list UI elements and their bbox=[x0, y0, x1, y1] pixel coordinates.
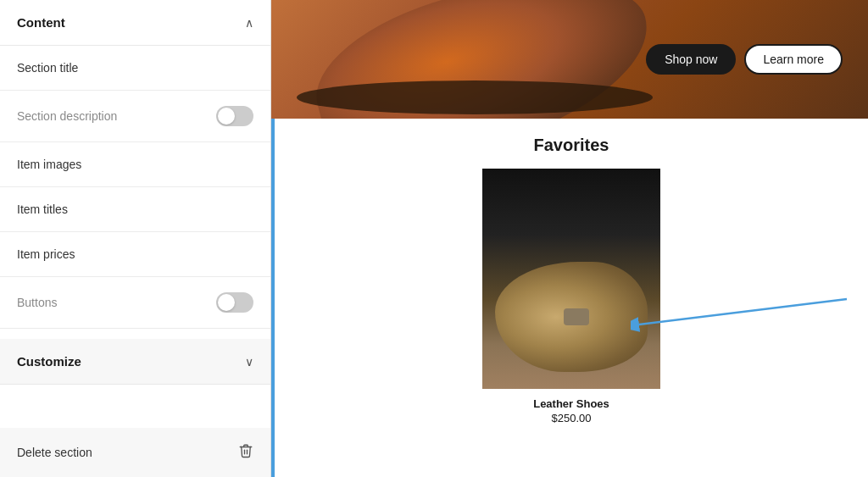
item-prices-label: Item prices bbox=[17, 247, 75, 261]
menu-item-item-images[interactable]: Item images bbox=[0, 142, 270, 187]
menu-item-item-titles[interactable]: Item titles bbox=[0, 187, 270, 232]
product-price: $250.00 bbox=[552, 412, 592, 424]
favorites-title: Favorites bbox=[534, 136, 609, 155]
shoe-sole bbox=[297, 80, 653, 114]
item-titles-label: Item titles bbox=[17, 202, 68, 216]
section-title-label: Section title bbox=[17, 61, 78, 75]
section-description-toggle[interactable] bbox=[216, 106, 253, 126]
section-description-label: Section description bbox=[17, 109, 117, 123]
left-panel: Content ∧ Section title Section descript… bbox=[0, 0, 271, 477]
trash-icon bbox=[238, 443, 253, 462]
shop-now-button[interactable]: Shop now bbox=[646, 44, 736, 75]
buttons-toggle[interactable] bbox=[216, 292, 253, 313]
menu-item-item-prices[interactable]: Item prices bbox=[0, 232, 270, 277]
delete-section-label: Delete section bbox=[17, 446, 92, 459]
delete-section-row[interactable]: Delete section bbox=[0, 428, 270, 477]
right-panel: Shop now Learn more Favorites Leather Sh… bbox=[271, 0, 868, 477]
content-section-header[interactable]: Content ∧ bbox=[0, 0, 270, 46]
item-images-label: Item images bbox=[17, 158, 81, 171]
main-content: Favorites Leather Shoes $250.00 bbox=[271, 119, 868, 477]
product-name: Leather Shoes bbox=[533, 397, 609, 410]
customize-chevron-icon: ∨ bbox=[245, 355, 253, 369]
content-chevron-icon: ∧ bbox=[245, 16, 253, 30]
content-section-title: Content bbox=[17, 15, 65, 30]
learn-more-button[interactable]: Learn more bbox=[744, 44, 843, 75]
banner-area: Shop now Learn more bbox=[271, 0, 868, 119]
section-description-toggle-thumb bbox=[218, 108, 235, 125]
customize-title: Customize bbox=[17, 354, 81, 369]
menu-item-section-title[interactable]: Section title bbox=[0, 46, 270, 91]
menu-item-section-description[interactable]: Section description bbox=[0, 91, 270, 142]
banner-buttons: Shop now Learn more bbox=[646, 44, 843, 75]
buttons-label: Buttons bbox=[17, 296, 57, 309]
menu-item-buttons[interactable]: Buttons bbox=[0, 277, 270, 329]
product-image-container bbox=[482, 169, 660, 389]
buttons-toggle-thumb bbox=[218, 294, 235, 311]
product-shoe-background bbox=[482, 169, 660, 389]
svg-line-1 bbox=[639, 299, 847, 324]
customize-section-header[interactable]: Customize ∨ bbox=[0, 339, 270, 385]
blue-arrow bbox=[631, 291, 851, 333]
shoe-buckle bbox=[564, 308, 589, 325]
product-shoe-image bbox=[495, 262, 648, 372]
